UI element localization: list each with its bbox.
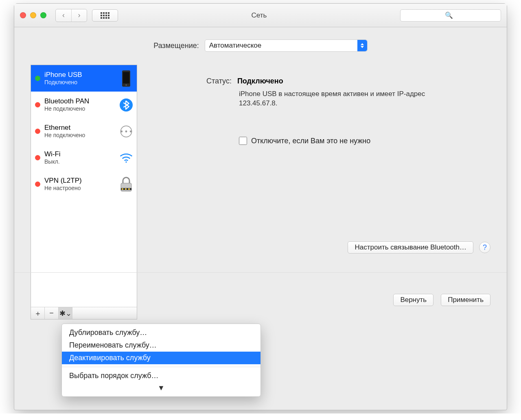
status-dot-icon <box>35 102 40 107</box>
service-name: Wi-Fi <box>44 151 116 158</box>
service-name: VPN (L2TP) <box>44 177 116 185</box>
status-label: Статус: <box>206 77 232 85</box>
help-button[interactable]: ? <box>479 242 490 253</box>
svg-rect-10 <box>122 188 123 190</box>
revert-button[interactable]: Вернуть <box>393 294 433 306</box>
network-preferences-window: ‹ › Сеть Размещение: Автоматическое iPho… <box>14 3 507 410</box>
location-label: Размещение: <box>153 42 199 50</box>
svg-point-2 <box>125 84 127 86</box>
service-row[interactable]: EthernetНе подключено <box>31 118 137 144</box>
location-select[interactable]: Автоматическое <box>205 39 368 52</box>
service-type-icon <box>120 149 133 166</box>
svg-point-5 <box>125 130 127 132</box>
grid-icon <box>101 12 109 19</box>
status-dot-icon <box>35 182 40 187</box>
status-dot-icon <box>35 76 40 81</box>
menu-scroll-down-icon[interactable]: ▼ <box>62 382 260 392</box>
show-all-prefs-button[interactable] <box>92 9 118 22</box>
apply-button[interactable]: Применить <box>441 294 490 306</box>
search-input[interactable] <box>400 9 501 22</box>
disable-if-unneeded-label: Отключите, если Вам это не нужно <box>251 137 370 145</box>
forward-button[interactable]: › <box>71 9 87 22</box>
service-row[interactable]: Wi-FiВыкл. <box>31 144 137 171</box>
svg-point-7 <box>125 161 127 162</box>
close-window-button[interactable] <box>20 12 26 18</box>
location-select-value: Автоматическое <box>209 42 261 50</box>
menu-item[interactable]: Переименовать службу… <box>62 339 260 352</box>
service-status: Не подключено <box>44 105 116 112</box>
window-controls <box>20 12 46 18</box>
window-title: Сеть <box>118 11 400 20</box>
service-type-icon <box>120 176 133 193</box>
help-icon: ? <box>483 243 487 252</box>
service-row[interactable]: VPN (L2TP)Не настроено <box>31 171 137 197</box>
service-actions-menu: Дублировать службу…Переименовать службу…… <box>61 324 261 397</box>
service-status: Не настроено <box>44 185 116 191</box>
service-type-icon <box>120 123 133 140</box>
menu-item[interactable]: Деактивировать службу <box>62 352 260 364</box>
stepper-icon <box>357 40 367 51</box>
svg-rect-12 <box>128 188 130 190</box>
svg-rect-11 <box>125 188 127 190</box>
service-status: Выкл. <box>44 158 116 165</box>
svg-rect-1 <box>123 72 129 83</box>
status-description: iPhone USB в настоящее время активен и и… <box>239 90 451 108</box>
disable-if-unneeded-checkbox[interactable] <box>239 137 247 145</box>
service-row[interactable]: iPhone USBПодключено <box>31 65 137 92</box>
status-value: Подключено <box>237 77 283 85</box>
service-name: Bluetooth PAN <box>44 98 116 105</box>
status-dot-icon <box>35 155 40 160</box>
disable-if-unneeded-row[interactable]: Отключите, если Вам это не нужно <box>239 137 490 145</box>
service-status: Не подключено <box>44 132 116 138</box>
minimize-window-button[interactable] <box>30 12 36 18</box>
chevron-right-icon: › <box>78 11 81 20</box>
back-button[interactable]: ‹ <box>56 9 71 22</box>
service-status: Подключено <box>44 79 116 85</box>
service-type-icon <box>120 70 133 87</box>
service-name: Ethernet <box>44 124 116 132</box>
status-dot-icon <box>35 129 40 134</box>
service-name: iPhone USB <box>44 71 116 79</box>
chevron-left-icon: ‹ <box>62 11 65 20</box>
service-row[interactable]: Bluetooth PANНе подключено <box>31 92 137 118</box>
titlebar: ‹ › Сеть <box>14 4 507 27</box>
menu-item[interactable]: Дублировать службу… <box>62 326 260 339</box>
menu-item[interactable]: Выбрать порядок служб… <box>62 370 260 382</box>
zoom-window-button[interactable] <box>40 12 46 18</box>
service-type-icon <box>120 96 133 114</box>
configure-bluetooth-button[interactable]: Настроить связывание Bluetooth… <box>348 241 473 254</box>
nav-segment: ‹ › <box>55 9 87 22</box>
